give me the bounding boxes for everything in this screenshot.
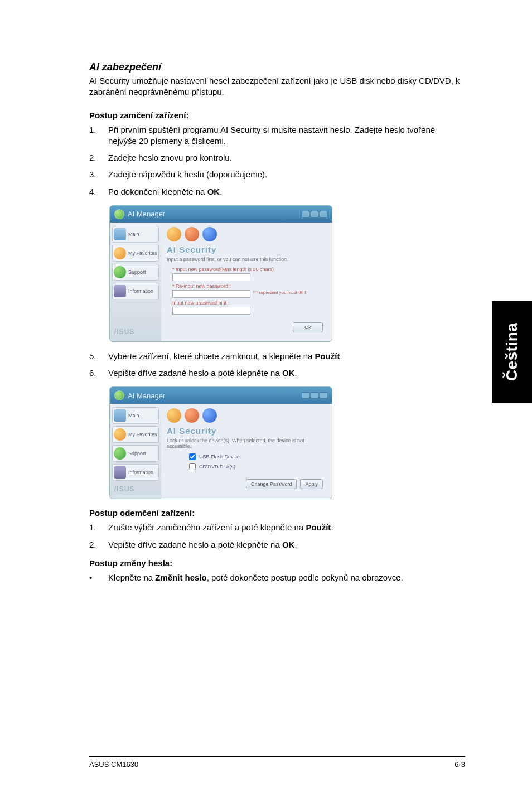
section-title: AI zabezpečení [89, 61, 465, 73]
field-label-hint: Input new password hint : [172, 300, 326, 306]
favorites-icon [114, 428, 126, 441]
step-text: Vepište dříve zadané heslo a poté klepně… [108, 368, 465, 379]
support-icon [114, 447, 126, 460]
sidebar-item-support[interactable]: Support [112, 445, 159, 462]
step-number: 2. [89, 539, 108, 550]
brand-text: /ISUS [112, 483, 159, 495]
sidebar-item-support[interactable]: Support [112, 264, 159, 281]
toolbar-icon-1[interactable] [167, 408, 181, 423]
footer-page-number: 6-3 [454, 760, 465, 769]
ok-button[interactable]: Ok [293, 322, 323, 332]
favorites-icon [114, 247, 126, 259]
minimize-icon[interactable] [302, 211, 309, 218]
step-number: 5. [89, 351, 108, 362]
lock-steps-1: 1.Při prvním spuštění programu AI Securi… [89, 124, 465, 197]
new-password-input[interactable] [172, 273, 250, 281]
step-text: Při prvním spuštění programu AI Security… [108, 124, 465, 147]
main-icon [114, 409, 126, 422]
step-text: Klepněte na Změnit heslo, poté dokončete… [108, 572, 403, 583]
change-heading: Postup změny hesla: [89, 558, 465, 568]
step-text: Vepište dříve zadané heslo a poté klepně… [108, 539, 465, 550]
required-warning: *** represent you must fill it [253, 290, 306, 295]
step-text: Zadejte heslo znovu pro kontrolu. [108, 152, 465, 163]
main-icon [114, 228, 126, 240]
app-logo-icon [114, 390, 124, 400]
usb-flash-checkbox[interactable] [189, 453, 196, 460]
support-icon [114, 266, 126, 278]
reinput-password-input[interactable] [172, 290, 250, 298]
step-text: Zadejte nápovědu k heslu (doporučujeme). [108, 169, 465, 180]
window-title: AI Manager [128, 392, 165, 400]
step-number: 6. [89, 368, 108, 379]
password-hint-input[interactable] [172, 307, 250, 315]
information-icon [114, 285, 126, 297]
field-label-new-password: Input new password(Max length is 20 char… [172, 267, 326, 272]
step-number: 4. [89, 186, 108, 197]
device-label-cddvd: CD\DVD Disk(s) [199, 464, 235, 470]
step-number: 1. [89, 522, 108, 533]
change-steps: •Klepněte na Změnit heslo, poté dokončet… [89, 572, 465, 583]
toolbar-icon-2[interactable] [185, 408, 199, 423]
panel-header: AI Security [167, 245, 326, 254]
panel-header: AI Security [167, 426, 326, 436]
window-title: AI Manager [128, 210, 165, 218]
apply-button[interactable]: Apply [300, 479, 323, 489]
device-label-usb: USB Flash Device [199, 454, 240, 460]
language-tab: Čeština [492, 301, 532, 403]
screenshot-ai-security-setup: AI Manager Main My Favorites Support Inf… [109, 205, 332, 342]
step-number: 2. [89, 152, 108, 163]
field-label-reinput-password: Re-input new password : [172, 283, 326, 289]
footer-model: ASUS CM1630 [89, 760, 138, 769]
step-text: Po dokončení klepněte na OK. [108, 186, 465, 197]
minimize-icon[interactable] [302, 392, 309, 399]
toolbar-icon-1[interactable] [167, 227, 181, 241]
lock-steps-2: 5.Vyberte zařízení, které chcete zamknou… [89, 351, 465, 379]
close-icon[interactable] [320, 211, 327, 218]
step-text: Vyberte zařízení, které chcete zamknout,… [108, 351, 465, 362]
brand-text: /ISUS [112, 326, 159, 338]
lock-heading: Postup zamčení zařízení: [89, 110, 465, 120]
app-logo-icon [114, 209, 124, 219]
panel-note: Input a password first, or you can not u… [167, 257, 326, 262]
step-text: Zrušte výběr zamčeného zařízení a poté k… [108, 522, 465, 533]
sidebar-item-favorites[interactable]: My Favorites [112, 245, 159, 262]
sidebar-item-information[interactable]: Information [112, 283, 159, 299]
sidebar-item-main[interactable]: Main [112, 226, 159, 243]
maximize-icon[interactable] [311, 211, 318, 218]
panel-note: Lock or unlock the device(s). When selec… [167, 438, 326, 449]
close-icon[interactable] [320, 392, 327, 399]
toolbar-icon-3[interactable] [202, 408, 217, 423]
maximize-icon[interactable] [311, 392, 318, 399]
sidebar-item-information[interactable]: Information [112, 464, 159, 481]
cd-dvd-checkbox[interactable] [189, 463, 196, 470]
intro-text: AI Security umožňuje nastavení hesel zab… [89, 75, 465, 98]
toolbar-icon-3[interactable] [202, 227, 217, 241]
toolbar-icon-2[interactable] [185, 227, 199, 241]
screenshot-ai-security-devices: AI Manager Main My Favorites Support Inf… [109, 386, 332, 499]
change-password-button[interactable]: Change Password [246, 479, 297, 489]
sidebar-item-favorites[interactable]: My Favorites [112, 426, 159, 443]
sidebar-item-main[interactable]: Main [112, 407, 159, 424]
bullet: • [89, 572, 108, 583]
step-number: 3. [89, 169, 108, 180]
unlock-heading: Postup odemčení zařízení: [89, 508, 465, 518]
step-number: 1. [89, 124, 108, 147]
unlock-steps: 1.Zrušte výběr zamčeného zařízení a poté… [89, 522, 465, 550]
information-icon [114, 466, 126, 479]
